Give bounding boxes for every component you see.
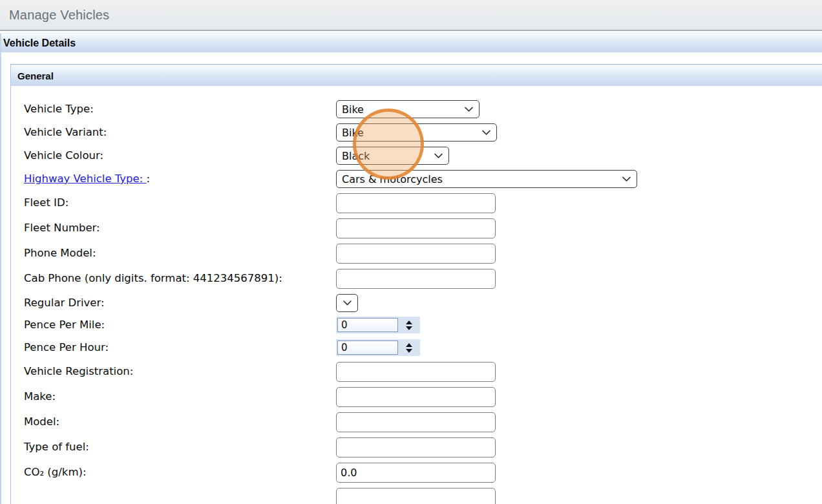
phone-model-input[interactable]: [336, 244, 496, 264]
co2-input[interactable]: [336, 463, 496, 483]
type-of-fuel-label: Type of fuel:: [24, 441, 336, 453]
form-row-vehicle-variant: Vehicle Variant:Bike: [24, 123, 822, 142]
form-row-pence-per-mile: Pence Per Mile:0: [24, 317, 822, 333]
model-label: Model:: [24, 416, 336, 428]
form-row-fleet-id: Fleet ID:: [24, 193, 822, 213]
pence-per-hour-label: Pence Per Hour:: [24, 342, 336, 353]
pence-per-hour-value[interactable]: 0: [337, 341, 398, 355]
pence-per-mile-label: Pence Per Mile:: [24, 319, 336, 331]
vehicle-variant-select[interactable]: Bike: [336, 123, 497, 142]
vehicle-registration-label: Vehicle Registration:: [24, 366, 336, 377]
vehicle-type-label: Vehicle Type:: [24, 103, 336, 115]
chevron-down-icon: [465, 107, 473, 112]
model-input[interactable]: [336, 412, 496, 432]
make-input[interactable]: [336, 387, 496, 407]
regular-driver-label: Regular Driver:: [24, 297, 336, 309]
cab-phone-input[interactable]: [336, 269, 496, 289]
vehicle-form: Vehicle Type:BikeVehicle Variant:BikeVeh…: [11, 86, 822, 504]
cab-phone-label: Cab Phone (only digits. format: 44123456…: [24, 273, 336, 284]
spinner-down-icon[interactable]: [406, 349, 412, 353]
highway-vehicle-type-link[interactable]: Highway Vehicle Type:: [24, 173, 147, 185]
fleet-id-label: Fleet ID:: [24, 197, 336, 209]
chevron-down-icon: [482, 130, 490, 135]
vehicle-colour-label: Vehicle Colour:: [24, 150, 336, 162]
pence-per-mile-spin-buttons: [406, 320, 412, 330]
form-row-model: Model:: [24, 412, 822, 432]
next-field-partial-input[interactable]: [336, 488, 496, 504]
form-row-make: Make:: [24, 387, 822, 407]
app-tab-bar: Manage Vehicles: [0, 0, 822, 31]
form-row-type-of-fuel: Type of fuel:: [24, 437, 822, 457]
general-section: General Vehicle Type:BikeVehicle Variant…: [10, 64, 822, 504]
tab-manage-vehicles[interactable]: Manage Vehicles: [9, 8, 109, 23]
pence-per-mile-spinner[interactable]: 0: [336, 317, 420, 333]
vehicle-registration-input[interactable]: [336, 362, 496, 382]
form-row-vehicle-type: Vehicle Type:Bike: [24, 100, 822, 118]
spinner-up-icon[interactable]: [406, 343, 412, 347]
chevron-down-icon: [622, 176, 631, 182]
form-row-highway-vehicle-type: Highway Vehicle Type: :Cars & motorcycle…: [24, 170, 822, 188]
form-row-phone-model: Phone Model:: [24, 244, 822, 264]
form-row-vehicle-registration: Vehicle Registration:: [24, 362, 822, 382]
spinner-down-icon[interactable]: [406, 326, 412, 330]
form-row-vehicle-colour: Vehicle Colour:Black: [24, 147, 822, 165]
form-row-co2: CO₂ (g/km):: [24, 463, 822, 483]
form-row-fleet-number: Fleet Number:: [24, 218, 822, 238]
fleet-number-input[interactable]: [336, 218, 496, 238]
make-label: Make:: [24, 391, 336, 403]
co2-label: CO₂ (g/km):: [24, 467, 336, 478]
pence-per-hour-spinner[interactable]: 0: [336, 339, 420, 356]
pence-per-mile-value[interactable]: 0: [337, 318, 398, 332]
highway-vehicle-type-select[interactable]: Cars & motorcycles: [336, 170, 637, 188]
vehicle-details-header-bar: Vehicle Details: [0, 33, 822, 52]
vehicle-type-select[interactable]: Bike: [336, 100, 480, 118]
chevron-down-icon: [434, 153, 443, 158]
highway-vehicle-type-selected-value: Cars & motorcycles: [342, 173, 443, 185]
pence-per-hour-spin-buttons: [406, 343, 412, 353]
spinner-up-icon[interactable]: [406, 320, 412, 324]
vehicle-colour-select[interactable]: Black: [336, 147, 449, 165]
vehicle-variant-label: Vehicle Variant:: [24, 127, 336, 138]
highway-vehicle-type-label: Highway Vehicle Type: :: [24, 173, 336, 185]
chevron-down-icon: [343, 300, 352, 306]
fleet-id-input[interactable]: [336, 193, 496, 213]
form-row-pence-per-hour: Pence Per Hour:0: [24, 339, 822, 356]
regular-driver-select[interactable]: [336, 294, 358, 312]
vehicle-variant-selected-value: Bike: [342, 127, 364, 139]
form-row-regular-driver: Regular Driver:: [24, 294, 822, 312]
fleet-number-label: Fleet Number:: [24, 222, 336, 234]
phone-model-label: Phone Model:: [24, 247, 336, 259]
general-section-header: General: [11, 65, 822, 86]
vehicle-colour-selected-value: Black: [342, 150, 370, 162]
type-of-fuel-input[interactable]: [336, 437, 496, 457]
form-row-next-field-partial: [24, 488, 822, 504]
page-title: Vehicle Details: [3, 37, 76, 49]
section-title: General: [17, 70, 54, 81]
form-row-cab-phone: Cab Phone (only digits. format: 44123456…: [24, 269, 822, 289]
panel-left-border: [0, 34, 1, 504]
vehicle-type-selected-value: Bike: [342, 103, 364, 116]
highway-vehicle-type-label-suffix: :: [147, 173, 151, 185]
